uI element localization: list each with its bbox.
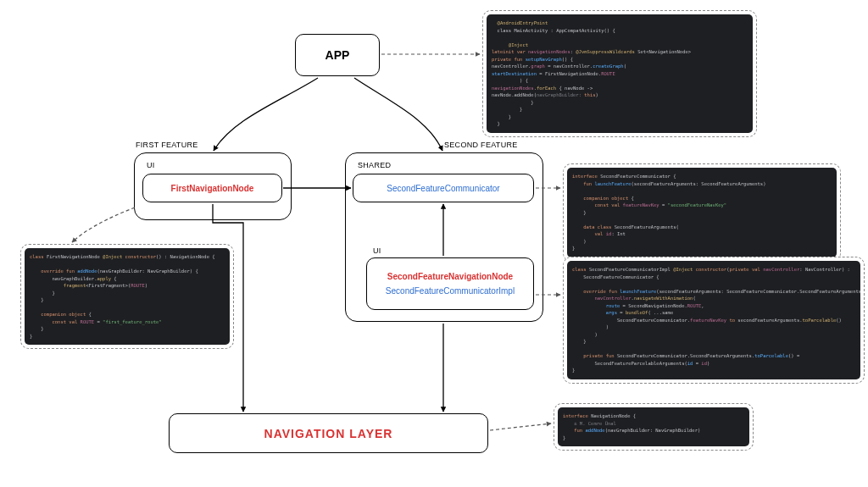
first-nav-node-box: FirstNavigationNode (142, 174, 282, 202)
code-nav-node: interface NavigationNode { ± M. Cemre Ün… (558, 407, 749, 446)
sfnn-text: SecondFeatureNavigationNode (387, 272, 513, 281)
first-feature-label: FIRST FEATURE (136, 141, 198, 149)
code-tip-sfc: interface SecondFeatureCommunicator { fu… (563, 163, 841, 262)
code-sfc: interface SecondFeatureCommunicator { fu… (567, 168, 837, 257)
code-tip-sfc-impl: class SecondFeatureCommunicatorImpl @Inj… (563, 257, 865, 384)
code-first-nav: class FirstNavigationNode @Inject constr… (25, 248, 230, 345)
shared-label: SHARED (358, 161, 391, 169)
sfci-text: SecondFeatureCommunicatorImpl (386, 286, 515, 296)
code-tip-app: @AndroidEntryPoint class MainActivity : … (482, 10, 757, 137)
nav-layer-box: NAVIGATION LAYER (169, 413, 488, 453)
nav-layer-text: NAVIGATION LAYER (264, 427, 393, 440)
app-label: APP (326, 48, 350, 62)
second-feature-label: SECOND FEATURE (444, 141, 518, 149)
second-ui-box: SecondFeatureNavigationNode SecondFeatur… (366, 257, 534, 310)
code-sfc-impl: class SecondFeatureCommunicatorImpl @Inj… (567, 261, 860, 379)
code-tip-nav-node: interface NavigationNode { ± M. Cemre Ün… (554, 403, 754, 451)
second-ui-label: UI (373, 246, 381, 255)
app-box: APP (295, 34, 380, 76)
sfc-text: SecondFeatureCommunicator (387, 184, 499, 193)
first-nav-node-text: FirstNavigationNode (171, 184, 254, 193)
code-tip-first-nav: class FirstNavigationNode @Inject constr… (20, 244, 234, 349)
first-ui-label: UI (147, 161, 155, 169)
second-feature-communicator-box: SecondFeatureCommunicator (353, 174, 534, 202)
code-app: @AndroidEntryPoint class MainActivity : … (487, 14, 753, 133)
